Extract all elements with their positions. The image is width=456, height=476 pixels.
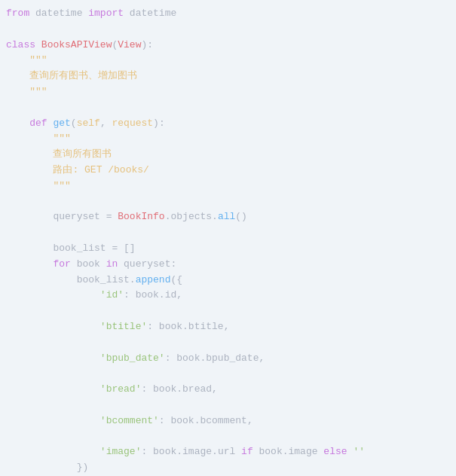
code-line xyxy=(0,225,456,241)
code-line: """ xyxy=(0,53,456,69)
code-line: 路由: GET /books/ xyxy=(0,163,456,178)
code-line xyxy=(0,22,456,38)
code-line: 'bpub_date': book.bpub_date, xyxy=(0,351,456,367)
code-line xyxy=(0,100,456,116)
code-block: from datetime import datetime class Book… xyxy=(0,6,456,476)
code-line: from datetime import datetime xyxy=(0,6,456,22)
code-line: book_list = [] xyxy=(0,241,456,257)
code-line: 'btitle': book.btitle, xyxy=(0,319,456,335)
code-line: 'bcomment': book.bcomment, xyxy=(0,413,456,429)
code-line: book_list.append({ xyxy=(0,273,456,288)
code-line xyxy=(0,335,456,351)
code-line xyxy=(0,398,456,413)
code-line: }) xyxy=(0,460,456,476)
code-line: """ xyxy=(0,131,456,147)
code-line: 'image': book.image.url if book.image el… xyxy=(0,444,456,460)
code-line xyxy=(0,429,456,445)
code-line xyxy=(0,304,456,319)
code-line: queryset = BookInfo.objects.all() xyxy=(0,209,456,225)
code-line: for book in queryset: xyxy=(0,257,456,273)
code-container: from datetime import datetime class Book… xyxy=(0,0,456,476)
code-line: """ xyxy=(0,84,456,100)
code-line: 'bread': book.bread, xyxy=(0,382,456,398)
code-line xyxy=(0,194,456,210)
code-line: class BooksAPIView(View): xyxy=(0,38,456,53)
code-line: def get(self, request): xyxy=(0,116,456,132)
code-line: 查询所有图书、增加图书 xyxy=(0,69,456,84)
code-line xyxy=(0,366,456,382)
code-line: """ xyxy=(0,178,456,194)
code-line: 'id': book.id, xyxy=(0,288,456,304)
code-line: 查询所有图书 xyxy=(0,147,456,163)
